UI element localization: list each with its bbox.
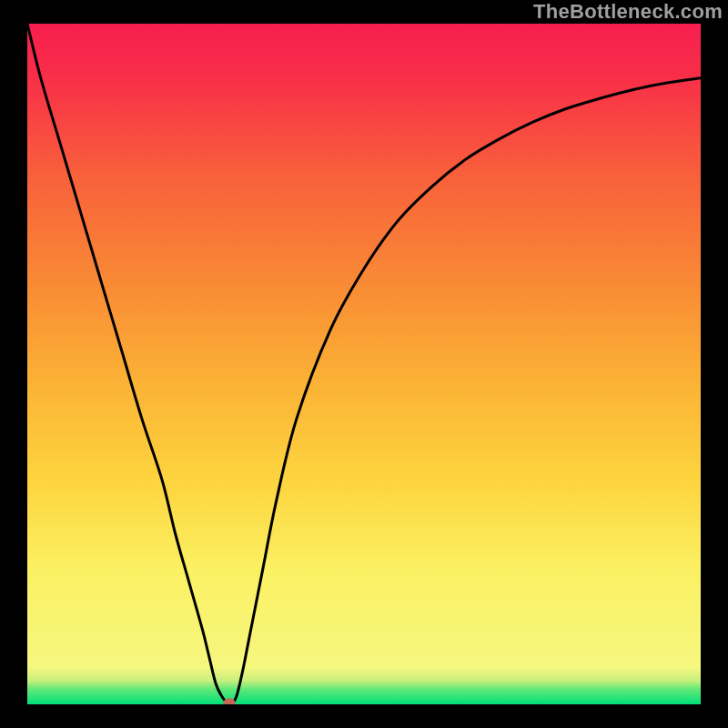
attribution-text: TheBottleneck.com bbox=[533, 0, 723, 24]
plot-frame bbox=[27, 24, 701, 704]
chart-background bbox=[27, 24, 701, 704]
page-root: TheBottleneck.com bbox=[0, 0, 728, 728]
bottleneck-chart bbox=[27, 24, 701, 704]
